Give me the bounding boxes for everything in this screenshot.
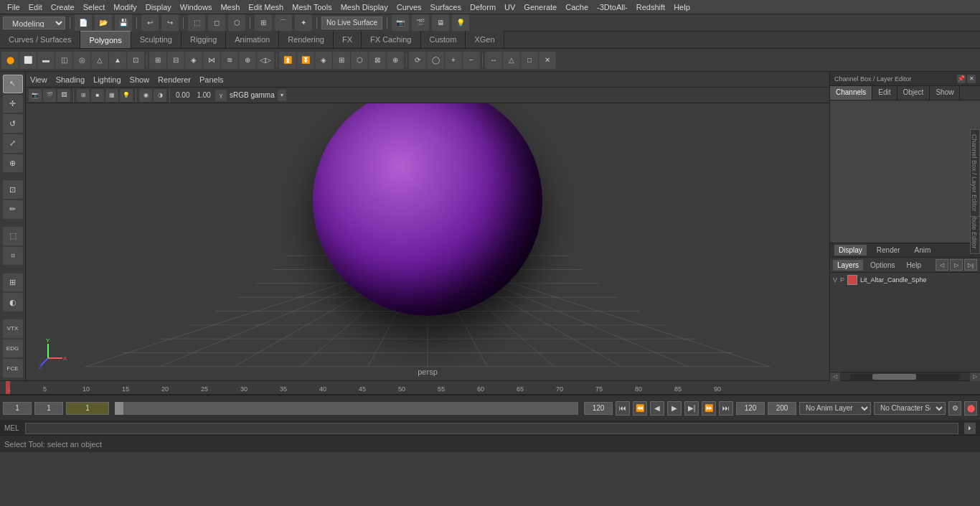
scroll-thumb[interactable] [872,374,916,380]
tab-options[interactable]: Options [866,260,899,271]
tab-sculpting[interactable]: Sculpting [131,31,182,48]
tab-layers[interactable]: Layers [833,260,863,271]
average-icon[interactable]: ⊕ [239,52,256,69]
layer-fwd-btn[interactable]: ▷ [950,259,963,271]
vp-shadow-btn[interactable]: ◑ [154,89,166,102]
vp-wireframe-btn[interactable]: ⊞ [77,89,90,102]
mel-label[interactable]: MEL [4,424,19,432]
paint-icon[interactable]: ⬡ [228,14,245,32]
tab-show-ch[interactable]: Show [930,86,960,100]
menu-mesh-tools[interactable]: Mesh Tools [288,1,336,13]
vert-icon[interactable]: VTX [3,319,23,338]
vp-textured-btn[interactable]: ▦ [105,89,118,102]
layer-fwd2-btn[interactable]: ▷| [964,259,977,271]
select-tool[interactable]: ↖ [3,75,23,93]
snap-curve-icon[interactable]: ⌒ [275,14,292,32]
face-icon[interactable]: FCE [3,359,23,378]
bevel-icon[interactable]: ◈ [315,52,332,69]
menu-mesh[interactable]: Mesh [216,1,244,13]
isolate-icon[interactable]: ◐ [3,293,23,311]
channel-box-tab[interactable]: Channel Box / Layer Editor [970,129,980,217]
ring-select-icon[interactable]: ◯ [427,52,444,69]
select-icon[interactable]: ⬚ [188,14,205,32]
save-icon[interactable]: 💾 [115,14,132,32]
vp-menu-show[interactable]: Show [130,75,150,84]
layer-row[interactable]: V P Lit_Altar_Candle_Sphe [830,273,980,287]
channel-close-icon[interactable]: ✕ [967,75,976,83]
live-surface-btn[interactable]: No Live Surface [321,17,382,29]
tab-fx-caching[interactable]: FX Caching [362,31,420,48]
lasso-icon[interactable]: ◻ [208,14,225,32]
new-scene-icon[interactable]: 📄 [75,14,92,32]
boolean-icon[interactable]: ⋈ [203,52,220,69]
tab-rendering[interactable]: Rendering [279,31,334,48]
mode-dropdown[interactable]: Modeling Rigging Animation [3,17,65,29]
triangulate-icon[interactable]: △ [503,52,520,69]
end-frame-field[interactable] [584,402,613,415]
loop-select-icon[interactable]: ⟳ [409,52,426,69]
menu-create[interactable]: Create [47,1,79,13]
plane-icon[interactable]: ◫ [55,52,72,69]
rotate-tool[interactable]: ↺ [3,114,23,133]
display-icon[interactable]: 🖥 [432,14,449,32]
move-tool[interactable]: ✛ [3,95,23,113]
fill-hole-icon[interactable]: ⬡ [351,52,368,69]
bridge-icon[interactable]: ⏬ [297,52,314,69]
layer-type-btn[interactable]: P [840,276,844,284]
tab-channels[interactable]: Channels [830,86,872,100]
viewport-canvas[interactable]: persp X Y Z [26,103,829,380]
menu-edit[interactable]: Edit [24,1,47,13]
vp-menu-panels[interactable]: Panels [199,75,224,84]
smooth-icon[interactable]: ≋ [221,52,238,69]
scroll-track[interactable] [850,374,960,380]
grow-icon[interactable]: + [445,52,462,69]
light-icon[interactable]: 💡 [452,14,469,32]
tab-anim-layer[interactable]: Anim [910,245,936,256]
menu-edit-mesh[interactable]: Edit Mesh [244,1,288,13]
snap-grid-icon[interactable]: ⊞ [255,14,272,32]
tab-curves-surfaces[interactable]: Curves / Surfaces [0,31,80,48]
camera-icon[interactable]: 📷 [392,14,409,32]
range-bar[interactable] [66,402,109,415]
menu-cache[interactable]: Cache [561,1,593,13]
vp-xray-btn[interactable]: ◉ [139,89,152,102]
char-set-select[interactable]: No Character Set [874,402,946,415]
open-icon[interactable]: 📂 [95,14,112,32]
mirror-icon[interactable]: ◁▷ [257,52,274,69]
gamma-icon[interactable]: γ [215,90,227,101]
vp-shaded-btn[interactable]: ■ [91,89,104,102]
menu-display[interactable]: Display [141,1,176,13]
cylinder-icon[interactable]: ▬ [37,52,55,69]
tab-render-layer[interactable]: Render [872,245,905,256]
menu-uv[interactable]: UV [500,1,519,13]
tab-xgen[interactable]: XGen [466,31,504,48]
menu-generate[interactable]: Generate [519,1,561,13]
start-frame-field[interactable] [3,402,32,415]
render-icon[interactable]: 🎬 [412,14,429,32]
anim-layer-select[interactable]: No Anim Layer [799,402,871,415]
scale-tool[interactable]: ⤢ [3,134,23,153]
prev-frame-btn[interactable]: ◀ [650,401,664,416]
pipe-icon[interactable]: ⊡ [127,52,144,69]
quadrangulate-icon[interactable]: □ [521,52,538,69]
menu-3dtoall[interactable]: -3DtoAll- [593,1,632,13]
sphere-icon[interactable]: ⬤ [1,52,19,69]
tab-edit-ch[interactable]: Edit [872,86,897,100]
menu-mesh-display[interactable]: Mesh Display [336,1,392,13]
script-run-icon[interactable]: ⏵ [964,423,976,434]
separate-icon[interactable]: ⊟ [167,52,184,69]
go-start-btn[interactable]: ⏮ [616,401,630,416]
tab-animation[interactable]: Animation [226,31,279,48]
tab-object[interactable]: Object [897,86,930,100]
grid-display-icon[interactable]: ⊞ [3,273,23,292]
auto-key-btn[interactable]: ⬤ [964,401,977,416]
range-thumb[interactable] [115,402,123,415]
marquee-icon[interactable]: ⬚ [3,227,23,245]
play-btn[interactable]: ▶ [667,401,682,416]
menu-surfaces[interactable]: Surfaces [426,1,466,13]
last-tool[interactable]: ⊕ [3,154,23,173]
timeline-ruler[interactable]: 1 5 10 15 20 25 30 35 40 45 50 55 60 65 … [0,381,980,394]
menu-redshift[interactable]: Redshift [632,1,669,13]
redo-icon[interactable]: ↪ [161,14,179,32]
soft-select-icon[interactable]: ⊡ [3,180,23,199]
